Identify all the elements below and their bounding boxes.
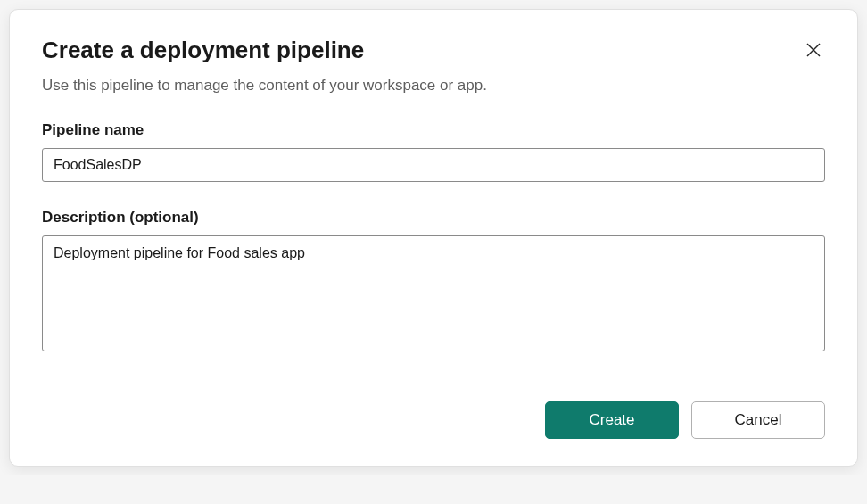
- create-pipeline-dialog: Create a deployment pipeline Use this pi…: [9, 9, 858, 467]
- dialog-title: Create a deployment pipeline: [42, 37, 364, 64]
- close-button[interactable]: [802, 38, 825, 62]
- dialog-header: Create a deployment pipeline: [42, 37, 825, 64]
- pipeline-name-input[interactable]: [42, 148, 825, 182]
- description-input[interactable]: [42, 235, 825, 351]
- close-icon: [805, 42, 822, 58]
- dialog-subtitle: Use this pipeline to manage the content …: [42, 77, 825, 95]
- pipeline-name-group: Pipeline name: [42, 121, 825, 182]
- description-group: Description (optional): [42, 209, 825, 355]
- pipeline-name-label: Pipeline name: [42, 121, 825, 139]
- description-label: Description (optional): [42, 209, 825, 227]
- create-button[interactable]: Create: [545, 401, 679, 439]
- dialog-footer: Create Cancel: [42, 401, 825, 439]
- cancel-button[interactable]: Cancel: [691, 401, 825, 439]
